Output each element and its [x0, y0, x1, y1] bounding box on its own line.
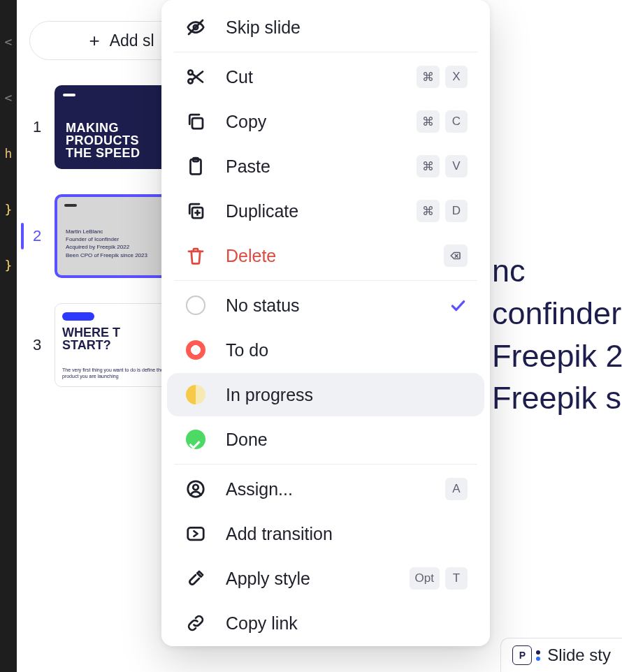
slide-style-button[interactable]: P Slide sty — [500, 638, 622, 672]
menu-cut[interactable]: Cut ⌘X — [167, 55, 484, 98]
menu-duplicate[interactable]: Duplicate ⌘D — [167, 189, 484, 233]
menu-assign[interactable]: Assign... A — [167, 467, 484, 511]
clipboard-icon — [184, 154, 208, 178]
status-done-icon — [186, 430, 205, 449]
svg-point-15 — [193, 485, 198, 490]
menu-status-none[interactable]: No status — [167, 284, 484, 327]
slide-number: 3 — [29, 336, 45, 354]
status-inprogress-icon — [186, 385, 205, 404]
duplicate-icon — [184, 199, 208, 223]
menu-paste[interactable]: Paste ⌘V — [167, 145, 484, 188]
slide-context-menu: Skip slide Cut ⌘X Copy ⌘C Paste ⌘V Dupli… — [161, 0, 490, 646]
menu-status-inprogress[interactable]: In progress — [167, 373, 484, 416]
status-todo-icon — [186, 340, 205, 360]
menu-status-done[interactable]: Done — [167, 418, 484, 461]
copy-icon — [184, 110, 208, 133]
user-icon — [184, 477, 208, 501]
menu-status-todo[interactable]: To do — [167, 328, 484, 372]
color-dots-icon — [536, 650, 540, 661]
menu-transition[interactable]: Add transition — [167, 512, 484, 555]
menu-delete[interactable]: Delete — [167, 234, 484, 277]
svg-rect-16 — [188, 527, 204, 540]
link-icon — [184, 611, 208, 635]
slide-number: 2 — [29, 227, 45, 245]
menu-skip-slide[interactable]: Skip slide — [167, 6, 484, 49]
svg-rect-6 — [192, 118, 203, 129]
menu-apply-style[interactable]: Apply style OptT — [167, 557, 484, 600]
slide-style-icon: P — [512, 645, 532, 665]
backspace-icon — [444, 244, 468, 267]
menu-copy[interactable]: Copy ⌘C — [167, 100, 484, 143]
code-gutter: << h}} — [0, 0, 17, 672]
add-slide-label: Add sl — [110, 31, 154, 50]
status-none-icon — [186, 295, 205, 315]
scissors-icon — [184, 65, 208, 89]
transition-icon — [184, 522, 208, 546]
trash-icon — [184, 244, 208, 268]
eye-off-icon — [184, 15, 208, 39]
brush-icon — [184, 567, 208, 590]
menu-copy-link[interactable]: Copy link — [167, 601, 484, 638]
slide-number: 1 — [29, 118, 45, 136]
plus-icon: + — [89, 30, 99, 52]
check-icon — [448, 295, 468, 315]
